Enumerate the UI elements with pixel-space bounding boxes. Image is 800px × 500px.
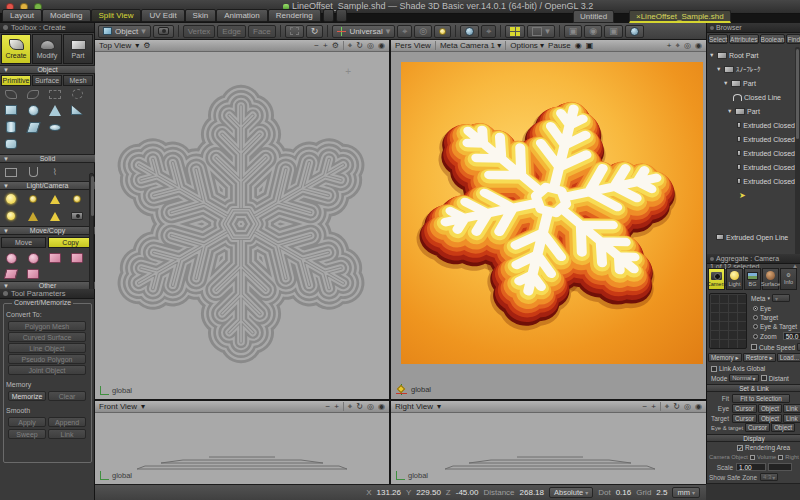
light-area-button[interactable] (2, 209, 20, 223)
transform-shear-button[interactable] (2, 267, 20, 281)
marquee-select-button[interactable] (285, 25, 304, 38)
aggregate-tab-light[interactable]: Light (726, 268, 743, 290)
workspace-add-button[interactable] (323, 9, 334, 22)
toolbox-modify-button[interactable]: Modify (32, 34, 62, 64)
rotate-view-icon[interactable]: ↻ (356, 41, 363, 51)
magnify-icon[interactable]: ◎ (367, 402, 374, 412)
pause-button[interactable]: Pause (548, 41, 571, 50)
smooth-append-button[interactable]: Append (48, 417, 86, 427)
eye-cursor-button[interactable]: Cursor (732, 404, 757, 413)
render-preview-button[interactable] (625, 25, 644, 38)
radio-zoom[interactable]: Zoom 50.0 (753, 332, 800, 340)
light-point-button[interactable] (24, 192, 42, 206)
pan-icon[interactable]: ⌖ (676, 41, 681, 51)
viewport-right[interactable]: Right View ▾ − + ⌖ ↻ ◎ ◉ (391, 401, 706, 484)
browser-tab-boolean[interactable]: Boolean (760, 34, 786, 44)
copy-button[interactable]: Copy (48, 237, 93, 248)
top-view-canvas[interactable] (95, 52, 389, 399)
tree-row-part-2[interactable]: ▼ Part (709, 105, 795, 117)
restore-button[interactable]: Restore ▸ (743, 353, 776, 362)
transform-array-button[interactable] (24, 267, 42, 281)
gear-icon[interactable]: ⚙ (143, 41, 150, 50)
meta-dropdown[interactable]: Meta▾ ▾ (751, 294, 790, 302)
object-mode-button[interactable]: Object▾ (98, 25, 151, 38)
solid-cup-button[interactable] (24, 165, 42, 179)
meta-value-dropdown[interactable]: ▾ (772, 294, 790, 302)
aggregate-tab-bg[interactable]: BG (744, 268, 761, 290)
eye-object-button[interactable]: Object (758, 404, 782, 413)
primitive-wedge-button[interactable] (68, 103, 86, 117)
light-infinite-button[interactable] (2, 192, 20, 206)
tab-rendering[interactable]: Rendering (268, 9, 321, 22)
convert-line-object-button[interactable]: Line Object (8, 343, 86, 353)
workspace-config-button[interactable] (336, 9, 347, 22)
aggregate-tab-camera[interactable]: Camera (708, 268, 725, 290)
panel-toggle-1-button[interactable]: ▣ (564, 25, 583, 38)
pan-icon[interactable]: ⌖ (348, 402, 353, 412)
zoom-out-icon[interactable]: − (325, 402, 330, 412)
smooth-sweep-button[interactable]: Sweep (8, 429, 46, 439)
rotate-view-icon[interactable]: ↻ (356, 402, 363, 412)
edge-mode-button[interactable]: Edge (217, 25, 246, 38)
move-tool-button[interactable]: ⌖ (481, 25, 496, 38)
tree-row-part[interactable]: ▼ Part (709, 77, 795, 89)
camera-trackpad[interactable] (709, 293, 747, 349)
link-axis-checkbox[interactable]: Link Axis Global (711, 365, 765, 372)
volume-checkbox[interactable] (750, 455, 755, 460)
smooth-apply-button[interactable]: Apply (8, 417, 46, 427)
aggregate-tab-info[interactable]: ⚙Info (780, 268, 797, 290)
eye-target-cursor-button[interactable]: Cursor (745, 423, 770, 432)
radio-eye-and-target[interactable]: Eye & Target (753, 323, 797, 330)
cube-speed-checkbox[interactable]: Cube Speed Fa▾ (751, 343, 800, 351)
zoom-in-icon[interactable]: + (334, 402, 339, 412)
primitive-sphere-button[interactable] (24, 103, 42, 117)
scale-value-field[interactable]: 1.00 (736, 463, 766, 471)
transform-rotate-button[interactable] (24, 251, 42, 265)
convert-pseudo-polygon-button[interactable]: Pseudo Polygon (8, 354, 86, 364)
browser-tab-attributes[interactable]: Attributes (729, 34, 758, 44)
vertex-mode-button[interactable]: Vertex (183, 25, 216, 38)
tab-mesh[interactable]: Mesh (63, 75, 93, 86)
browser-tab-select[interactable]: Select (708, 34, 728, 44)
fit-to-selection-button[interactable]: Fit to Selection (732, 394, 790, 403)
tree-row-root-part[interactable]: ▼ Root Part (709, 49, 795, 61)
solid-box-button[interactable] (2, 165, 20, 179)
camera-tool-button[interactable] (153, 25, 174, 38)
unit-dropdown[interactable]: mm▾ (672, 487, 700, 498)
primitive-cube-button[interactable] (2, 103, 20, 117)
light-linear-button[interactable] (24, 209, 42, 223)
tab-skin[interactable]: Skin (185, 9, 217, 22)
primitive-cone-button[interactable] (46, 103, 64, 117)
scale-slider[interactable] (768, 463, 792, 471)
toolbox-scrollbar[interactable] (89, 173, 94, 291)
distant-checkbox[interactable] (761, 375, 767, 381)
zoom-out-icon[interactable]: − (314, 41, 319, 51)
universal-manipulator-button[interactable]: Universal▾ (332, 25, 395, 38)
viewport-front[interactable]: Front View ▾ − + ⌖ ↻ ◎ ◉ (95, 401, 389, 484)
radio-target[interactable]: Target (753, 314, 778, 321)
safe-zone-dropdown[interactable]: 4:3▾ (760, 473, 778, 481)
panel-toggle-3-button[interactable]: ▣ (604, 25, 623, 38)
tree-row-extruded-closed[interactable]: Extruded Closed (709, 175, 795, 187)
radio-eye[interactable]: Eye (753, 305, 771, 312)
preview-dot-icon[interactable]: ◉ (575, 41, 582, 50)
transform-translate-button[interactable] (2, 251, 20, 265)
magnify-icon[interactable]: ◎ (684, 41, 691, 51)
eye-link-button[interactable]: Link (783, 404, 800, 413)
top-view-menu[interactable]: ▾ (135, 41, 139, 50)
tree-row-snowflake[interactable]: ▼ ｽﾉｰﾌﾚｰｸ (709, 63, 795, 75)
tree-row-closed-line[interactable]: Closed Line (709, 91, 795, 103)
pers-view-canvas[interactable]: global (391, 52, 706, 399)
section-object[interactable]: ▼ Object (0, 65, 95, 74)
options-dropdown[interactable]: Options ▾ (510, 41, 544, 50)
tree-row-extruded-closed[interactable]: Extruded Closed (709, 161, 795, 173)
tab-split-view[interactable]: Split View (91, 9, 142, 22)
smooth-link-button[interactable]: Link (48, 429, 86, 439)
tool-closed-circle-button[interactable] (68, 87, 86, 101)
render-view-icon[interactable]: ◉ (695, 41, 702, 51)
world-button[interactable] (460, 25, 479, 38)
tab-animation[interactable]: Animation (216, 9, 268, 22)
pivot-button[interactable]: ◎ (414, 25, 432, 38)
solid-spring-button[interactable]: ⌇ (46, 165, 64, 179)
transform-mirror-button[interactable] (68, 251, 86, 265)
